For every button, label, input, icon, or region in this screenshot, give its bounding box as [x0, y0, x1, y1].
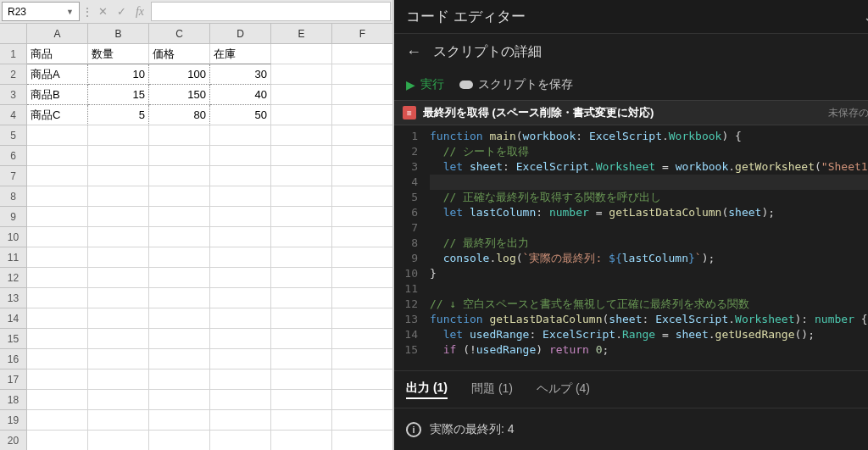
code-line[interactable]: // 正確な最終列を取得する関数を呼び出し	[430, 190, 868, 205]
cell[interactable]	[27, 146, 88, 166]
cell[interactable]	[149, 288, 210, 308]
cell[interactable]	[88, 207, 149, 227]
cell[interactable]	[210, 125, 271, 146]
cell[interactable]	[332, 207, 392, 227]
col-header-F[interactable]: F	[332, 24, 392, 44]
code-line[interactable]: let lastColumn: number = getLastDataColu…	[430, 205, 868, 220]
cell[interactable]	[271, 186, 332, 207]
cell[interactable]	[27, 431, 88, 450]
row-header[interactable]: 1	[0, 44, 27, 64]
cell[interactable]	[332, 329, 392, 349]
cell[interactable]	[210, 288, 271, 308]
tab-problems[interactable]: 問題 (1)	[471, 381, 513, 398]
cell[interactable]	[271, 44, 332, 64]
cell[interactable]: 商品	[27, 44, 88, 64]
cell[interactable]	[271, 329, 332, 349]
close-icon[interactable]: ⌄	[863, 8, 868, 26]
cell[interactable]	[27, 125, 88, 146]
cell[interactable]	[210, 390, 271, 410]
cell[interactable]	[210, 308, 271, 329]
cell[interactable]	[88, 247, 149, 268]
col-header-B[interactable]: B	[88, 24, 149, 44]
select-all-corner[interactable]	[0, 24, 27, 44]
cell[interactable]: 価格	[149, 44, 210, 64]
cell[interactable]	[149, 227, 210, 247]
cell[interactable]: 30	[210, 64, 271, 85]
row-header[interactable]: 17	[0, 369, 27, 390]
cell[interactable]	[27, 166, 88, 186]
row-header[interactable]: 18	[0, 390, 27, 410]
code-line[interactable]: let usedRange: ExcelScript.Range = sheet…	[430, 327, 868, 342]
cell[interactable]	[27, 410, 88, 431]
row-header[interactable]: 9	[0, 207, 27, 227]
cell[interactable]	[332, 105, 392, 125]
row-header[interactable]: 6	[0, 146, 27, 166]
cell[interactable]	[149, 268, 210, 288]
cell[interactable]	[271, 207, 332, 227]
cell[interactable]	[271, 247, 332, 268]
cell[interactable]	[88, 125, 149, 146]
cell[interactable]	[27, 268, 88, 288]
cell[interactable]	[271, 288, 332, 308]
cell[interactable]	[149, 166, 210, 186]
cell[interactable]	[332, 125, 392, 146]
row-header[interactable]: 10	[0, 227, 27, 247]
cell[interactable]	[210, 268, 271, 288]
cell[interactable]	[149, 125, 210, 146]
cell[interactable]: 5	[88, 105, 149, 125]
code-line[interactable]: // 最終列を出力	[430, 236, 868, 251]
code-line[interactable]	[430, 175, 868, 190]
cell[interactable]	[149, 390, 210, 410]
cell[interactable]	[88, 166, 149, 186]
cell[interactable]	[210, 431, 271, 450]
row-header[interactable]: 11	[0, 247, 27, 268]
code-line[interactable]: function getLastDataColumn(sheet: ExcelS…	[430, 312, 868, 327]
code-line[interactable]: // シートを取得	[430, 144, 868, 159]
cell[interactable]	[210, 186, 271, 207]
fx-button[interactable]: fx	[131, 0, 149, 23]
cell[interactable]	[88, 146, 149, 166]
cell[interactable]	[271, 390, 332, 410]
cell[interactable]	[271, 146, 332, 166]
col-header-D[interactable]: D	[210, 24, 271, 44]
cell[interactable]	[271, 349, 332, 369]
cell[interactable]	[332, 369, 392, 390]
cell[interactable]	[27, 227, 88, 247]
cell[interactable]: 100	[149, 64, 210, 85]
cell[interactable]: 在庫	[210, 44, 271, 64]
cell[interactable]: 50	[210, 105, 271, 125]
code-line[interactable]	[430, 281, 868, 297]
cell[interactable]	[332, 431, 392, 450]
code-line[interactable]: // ↓ 空白スペースと書式を無視して正確に最終列を求める関数	[430, 297, 868, 312]
cell[interactable]	[271, 308, 332, 329]
cell[interactable]	[271, 105, 332, 125]
formula-input[interactable]	[151, 2, 391, 21]
cell[interactable]	[88, 349, 149, 369]
cell[interactable]: 80	[149, 105, 210, 125]
cell[interactable]	[332, 308, 392, 329]
cell[interactable]	[88, 369, 149, 390]
code-line[interactable]: console.log(`実際の最終列: ${lastColumn}`);	[430, 251, 868, 266]
confirm-button[interactable]: ✓	[112, 0, 131, 23]
cell[interactable]	[149, 207, 210, 227]
code-line[interactable]: if (!usedRange) return 0;	[430, 342, 868, 358]
cell[interactable]: 15	[88, 85, 149, 105]
cell[interactable]	[88, 288, 149, 308]
cancel-button[interactable]: ✕	[93, 0, 112, 23]
cell[interactable]	[210, 247, 271, 268]
cell[interactable]	[27, 288, 88, 308]
code-line[interactable]: }	[430, 266, 868, 281]
cell[interactable]	[332, 166, 392, 186]
tab-output[interactable]: 出力 (1)	[406, 381, 448, 399]
cell[interactable]	[332, 268, 392, 288]
cell[interactable]	[27, 390, 88, 410]
col-header-C[interactable]: C	[149, 24, 210, 44]
row-header[interactable]: 14	[0, 308, 27, 329]
cell[interactable]	[332, 349, 392, 369]
cell[interactable]	[332, 410, 392, 431]
cell[interactable]	[149, 410, 210, 431]
cell[interactable]	[88, 308, 149, 329]
row-header[interactable]: 12	[0, 268, 27, 288]
cell[interactable]	[149, 247, 210, 268]
cell[interactable]	[271, 227, 332, 247]
